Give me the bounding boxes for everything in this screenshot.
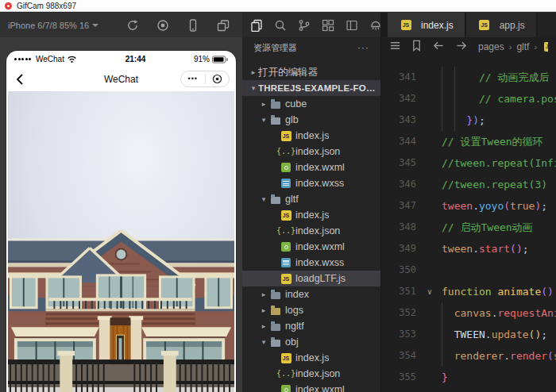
line-number: 351 [381, 281, 416, 302]
webgl-canvas[interactable] [6, 91, 236, 392]
code-line-344[interactable]: 344// 设置Tween的循环 [381, 131, 556, 152]
code-text: renderer.render(scene, camera); [442, 345, 556, 367]
forward-arrow-icon[interactable] [455, 40, 468, 53]
tree-item-index.json[interactable]: {..}index.json [242, 223, 380, 239]
refresh-icon[interactable] [126, 19, 139, 32]
more-button[interactable]: ••• [181, 71, 205, 86]
record-icon[interactable] [156, 19, 169, 32]
code-text: // 动画完成后 [442, 67, 556, 88]
editor-panel: JSindex.jsJSapp.js pages›gltf›JSloadgLTF… [381, 13, 556, 392]
tree-item-label: index.wxml [295, 384, 345, 392]
breadcrumb-segment[interactable]: gltf [516, 41, 529, 52]
fold-chevron-icon[interactable]: ∨ [419, 281, 440, 302]
device-selector[interactable]: iPhone 6/7/8 85% 16 [8, 21, 98, 30]
chevron-collapsed-icon: ▸ [259, 290, 268, 298]
exit-button[interactable] [206, 71, 230, 86]
gifcam-app-icon [5, 2, 12, 10]
tree-item-label: index.js [295, 352, 329, 363]
plugin-icon[interactable] [369, 19, 381, 32]
wxss-file-icon [280, 178, 292, 189]
search-icon[interactable] [274, 19, 287, 32]
code-line-346[interactable]: 346//tween.repeat(3) [381, 174, 556, 195]
tree-item-label: gltf [285, 194, 299, 205]
folder-open-icon [270, 336, 281, 348]
bookmark-icon[interactable] [411, 40, 422, 54]
code-line-351[interactable]: 351∨function animate() { [381, 281, 556, 302]
tree-item-index.wxml[interactable]: index.wxml [242, 382, 380, 392]
tree-item-index[interactable]: ▸index [242, 286, 380, 302]
tree-section-打开的编辑器[interactable]: ▸打开的编辑器 [242, 64, 380, 80]
code-line-354[interactable]: 354renderer.render(scene, camera); [381, 345, 556, 367]
code-line-343[interactable]: 343}); [381, 110, 556, 131]
code-line-355[interactable]: 355} [381, 367, 556, 388]
tree-item-label: index.wxss [295, 257, 344, 268]
explorer-title: 资源管理器 [253, 42, 297, 54]
line-number: 341 [381, 67, 416, 88]
code-text [442, 259, 556, 281]
tree-item-ngltf[interactable]: ▸ngltf [242, 318, 380, 334]
chevron-expanded-icon: ▾ [259, 195, 268, 203]
folder-logs-icon [270, 305, 281, 316]
tree-item-glb[interactable]: ▾glb [242, 112, 380, 128]
code-line-352[interactable]: 352canvas.requestAnimationFrame(); [381, 302, 556, 324]
tab-index.js[interactable]: JSindex.js [388, 13, 466, 37]
window-title: GifCam 988x697 [17, 2, 76, 10]
code-text: //tween.repeat(Infinity) [442, 152, 556, 174]
code-line-350[interactable]: 350 [381, 259, 556, 281]
code-line-347[interactable]: 347tween.yoyo(true); [381, 195, 556, 217]
code-text: }); [442, 110, 556, 131]
file-tree: ▸打开的编辑器▾THREEJS-EXAMPLE-FOR-MINIP...▸cub… [242, 58, 380, 392]
tree-item-index.js[interactable]: JSindex.js [242, 128, 380, 144]
battery-percent-label: 91% [194, 55, 210, 63]
code-line-353[interactable]: 353TWEEN.update(); [381, 324, 556, 345]
tree-item-logs[interactable]: ▸logs [242, 302, 380, 318]
code-line-348[interactable]: 348// 启动Tween动画 [381, 217, 556, 238]
breadcrumb[interactable]: pages›gltf›JSloadgLTF.js [478, 41, 548, 52]
tree-item-index.json[interactable]: {..}index.json [242, 366, 380, 382]
wxml-file-icon [280, 384, 292, 392]
tree-item-index.wxml[interactable]: index.wxml [242, 159, 380, 175]
tree-item-index.wxss[interactable]: index.wxss [242, 175, 380, 191]
tree-item-index.wxss[interactable]: index.wxss [242, 255, 380, 271]
3d-house-scene [8, 91, 234, 392]
tab-app.js[interactable]: JSapp.js [466, 13, 538, 37]
code-line-342[interactable]: 342// camera.position [381, 88, 556, 110]
phone-icon[interactable] [187, 19, 199, 32]
chevron-expanded-icon: ▾ [259, 338, 268, 346]
tree-item-cube[interactable]: ▸cube [242, 96, 380, 112]
code-line-345[interactable]: 345//tween.repeat(Infinity) [381, 152, 556, 174]
tree-item-index.json[interactable]: {..}index.json [242, 144, 380, 159]
source-control-icon[interactable] [298, 19, 311, 32]
code-line-341[interactable]: 341// 动画完成后 [381, 67, 556, 88]
tree-item-loadgltf.js[interactable]: JSloadgLTF.js [242, 271, 380, 286]
outline-icon[interactable] [389, 40, 401, 54]
tree-item-index.js[interactable]: JSindex.js [242, 350, 380, 366]
tree-item-threejs-example-for-minip...[interactable]: ▾THREEJS-EXAMPLE-FOR-MINIP... [242, 80, 380, 96]
tree-item-label: index.json [295, 368, 340, 379]
js-file-icon: JS [400, 20, 411, 31]
extensions-icon[interactable] [322, 19, 334, 32]
back-chevron-icon[interactable] [16, 73, 24, 89]
folder-open-icon [270, 114, 281, 125]
tree-item-index.js[interactable]: JSindex.js [242, 207, 380, 223]
breadcrumb-separator-icon: › [509, 42, 512, 52]
json-file-icon: {..} [280, 146, 292, 157]
code-area[interactable]: 341// 动画完成后342// camera.position343});34… [381, 56, 556, 392]
explorer-header: 资源管理器 ··· [242, 37, 380, 58]
breadcrumb-segment[interactable]: pages [478, 41, 504, 52]
code-line-349[interactable]: 349tween.start(); [381, 238, 556, 259]
breadcrumb-separator-icon: › [534, 42, 537, 52]
tree-item-index.wxml[interactable]: index.wxml [242, 239, 380, 255]
more-actions-icon[interactable]: ··· [357, 42, 369, 53]
back-arrow-icon[interactable] [432, 40, 445, 53]
multi-window-icon[interactable] [217, 19, 230, 32]
files-icon[interactable] [250, 19, 263, 32]
tree-item-obj[interactable]: ▾obj [242, 334, 380, 350]
chevron-collapsed-icon: ▸ [249, 68, 258, 76]
code-text: } [442, 367, 556, 388]
tree-item-label: index.wxss [295, 178, 344, 189]
tree-item-gltf[interactable]: ▾gltf [242, 191, 380, 207]
indent-guide [442, 67, 442, 88]
indent-guide [442, 302, 442, 324]
layout-icon[interactable] [346, 19, 358, 32]
